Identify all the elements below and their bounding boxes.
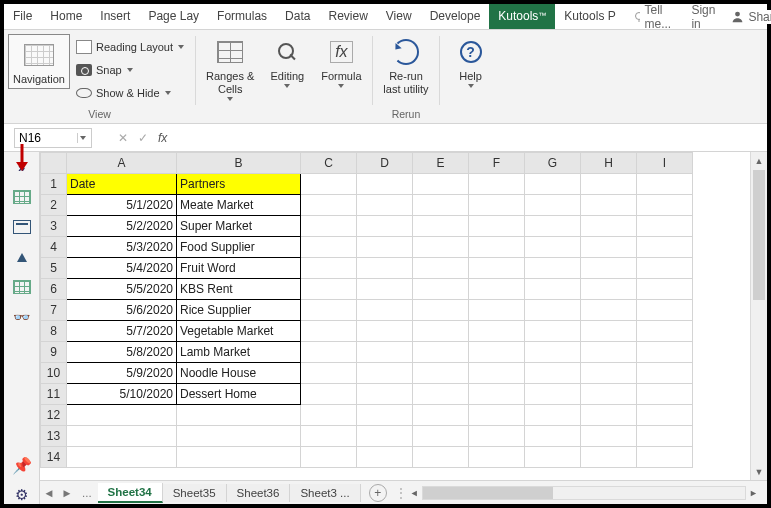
show-hide-button[interactable]: Show & Hide (74, 82, 187, 104)
formula-button[interactable]: fx Formula (314, 34, 368, 91)
tab-insert[interactable]: Insert (91, 4, 139, 29)
row-header[interactable]: 8 (41, 321, 67, 342)
col-header[interactable]: A (67, 153, 177, 174)
cell[interactable]: Super Market (177, 216, 301, 237)
sign-in[interactable]: Sign in (683, 3, 723, 31)
tab-file[interactable]: File (4, 4, 41, 29)
spreadsheet-grid[interactable]: A B C D E F G H I 1 Date Partners 2 5/1/… (40, 152, 767, 480)
cell[interactable]: 5/2/2020 (67, 216, 177, 237)
pane-workbook-button[interactable] (12, 188, 32, 206)
col-header[interactable]: E (413, 153, 469, 174)
cell[interactable]: Fruit Word (177, 258, 301, 279)
row-header[interactable]: 7 (41, 300, 67, 321)
help-button[interactable]: ? Help (444, 34, 498, 91)
tab-data[interactable]: Data (276, 4, 319, 29)
cell[interactable]: 5/10/2020 (67, 384, 177, 405)
cell[interactable]: Date (67, 174, 177, 195)
sheet-tab[interactable]: Sheet36 (227, 484, 291, 502)
cell[interactable]: 5/9/2020 (67, 363, 177, 384)
tab-nav-next[interactable]: ► (58, 487, 76, 499)
select-all-cell[interactable] (41, 153, 67, 174)
col-header[interactable]: C (301, 153, 357, 174)
horizontal-scrollbar[interactable]: ◄ ► (407, 486, 761, 500)
row-header[interactable]: 11 (41, 384, 67, 405)
row-header[interactable]: 6 (41, 279, 67, 300)
tab-view[interactable]: View (377, 4, 421, 29)
svg-point-0 (635, 12, 640, 19)
sheet-tab[interactable]: Sheet34 (98, 483, 163, 503)
insert-function-button[interactable]: fx (158, 131, 167, 145)
enter-formula-button[interactable]: ✓ (138, 131, 148, 145)
reading-layout-button[interactable]: Reading Layout (74, 36, 187, 58)
cell[interactable]: Lamb Market (177, 342, 301, 363)
row-header[interactable]: 9 (41, 342, 67, 363)
cancel-formula-button[interactable]: ✕ (118, 131, 128, 145)
scroll-down-button[interactable]: ▼ (751, 463, 767, 480)
col-header[interactable]: I (637, 153, 693, 174)
cell[interactable]: 5/3/2020 (67, 237, 177, 258)
vertical-scrollbar[interactable]: ▲ ▼ (750, 152, 767, 480)
row-header[interactable]: 13 (41, 426, 67, 447)
tab-developer[interactable]: Develope (421, 4, 490, 29)
row-header[interactable]: 5 (41, 258, 67, 279)
col-header[interactable]: D (357, 153, 413, 174)
new-sheet-button[interactable]: + (369, 484, 387, 502)
row-header[interactable]: 14 (41, 447, 67, 468)
cell[interactable]: Dessert Home (177, 384, 301, 405)
cell[interactable]: Meate Market (177, 195, 301, 216)
sheet-tab[interactable]: Sheet35 (163, 484, 227, 502)
pane-pin-button[interactable]: 📌 (12, 456, 32, 474)
tab-kutools[interactable]: Kutools™ (489, 4, 555, 29)
cell[interactable]: KBS Rent (177, 279, 301, 300)
share-button[interactable]: Share (723, 10, 771, 24)
row-header[interactable]: 10 (41, 363, 67, 384)
scroll-right-button[interactable]: ► (746, 488, 761, 498)
col-header[interactable]: B (177, 153, 301, 174)
pane-name-button[interactable] (12, 248, 32, 266)
tab-review[interactable]: Review (319, 4, 376, 29)
cell[interactable]: Vegetable Market (177, 321, 301, 342)
pane-settings-button[interactable]: ⚙ (12, 486, 32, 504)
sheet-tab[interactable]: Sheet3 ... (290, 484, 360, 502)
scroll-thumb[interactable] (753, 170, 765, 300)
chevron-down-icon (79, 135, 87, 141)
rerun-button[interactable]: Re-run last utility (377, 34, 434, 98)
tab-list-button[interactable]: ... (76, 487, 98, 499)
cell[interactable]: 5/8/2020 (67, 342, 177, 363)
row-header[interactable]: 3 (41, 216, 67, 237)
snap-button[interactable]: Snap (74, 59, 187, 81)
row-header[interactable]: 12 (41, 405, 67, 426)
cell[interactable]: Food Supplier (177, 237, 301, 258)
cell[interactable]: 5/5/2020 (67, 279, 177, 300)
tab-home[interactable]: Home (41, 4, 91, 29)
formula-input[interactable] (173, 128, 759, 148)
cell[interactable]: 5/6/2020 (67, 300, 177, 321)
cell[interactable]: 5/1/2020 (67, 195, 177, 216)
editing-button[interactable]: Editing (260, 34, 314, 91)
tab-formulas[interactable]: Formulas (208, 4, 276, 29)
scroll-thumb[interactable] (423, 487, 553, 499)
col-header[interactable]: F (469, 153, 525, 174)
tab-kutools-plus[interactable]: Kutools P (555, 4, 624, 29)
pane-find-button[interactable]: 👓 (12, 308, 32, 326)
pane-columns-button[interactable] (12, 278, 32, 296)
cell[interactable]: 5/7/2020 (67, 321, 177, 342)
navigation-button[interactable]: Navigation (8, 34, 70, 89)
ranges-cells-button[interactable]: Ranges & Cells (200, 34, 260, 104)
scroll-left-button[interactable]: ◄ (407, 488, 422, 498)
row-header[interactable]: 1 (41, 174, 67, 195)
tell-me[interactable]: Tell me... (625, 3, 684, 31)
row-header[interactable]: 2 (41, 195, 67, 216)
cell[interactable]: Partners (177, 174, 301, 195)
row-header[interactable]: 4 (41, 237, 67, 258)
tab-page-layout[interactable]: Page Lay (139, 4, 208, 29)
pane-autotext-button[interactable] (12, 218, 32, 236)
cell[interactable]: Noodle House (177, 363, 301, 384)
cell[interactable]: Rice Supplier (177, 300, 301, 321)
tab-nav-prev[interactable]: ◄ (40, 487, 58, 499)
cell[interactable]: 5/4/2020 (67, 258, 177, 279)
help-icon: ? (460, 41, 482, 63)
scroll-up-button[interactable]: ▲ (751, 152, 767, 169)
col-header[interactable]: G (525, 153, 581, 174)
col-header[interactable]: H (581, 153, 637, 174)
